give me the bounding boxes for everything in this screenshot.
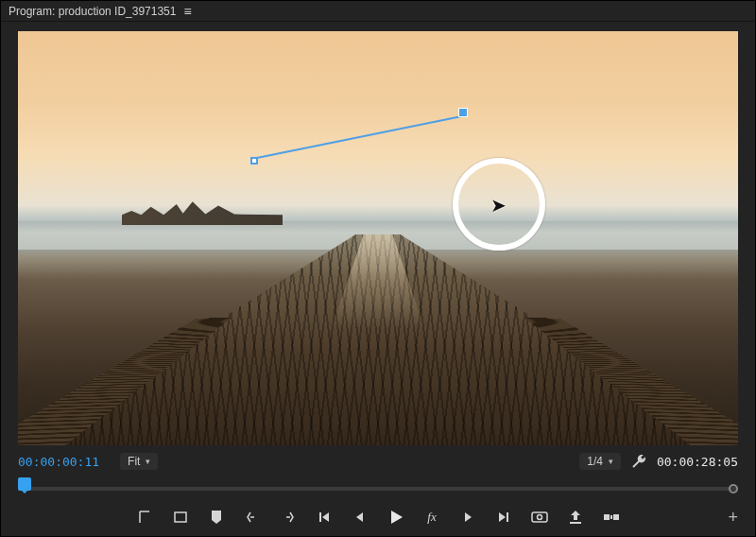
- go-to-in-icon[interactable]: [243, 508, 262, 527]
- fx-icon[interactable]: fx: [422, 508, 441, 527]
- current-timecode[interactable]: 00:00:00:11: [18, 455, 99, 469]
- play-icon[interactable]: [387, 508, 405, 527]
- svg-rect-4: [613, 514, 619, 520]
- panel-title-prefix: Program:: [9, 5, 55, 18]
- motion-path-end-handle[interactable]: [458, 108, 468, 117]
- panel-sequence-name: production ID_3971351: [59, 5, 177, 18]
- program-monitor[interactable]: ➤: [18, 31, 738, 445]
- lift-icon[interactable]: [566, 508, 585, 527]
- add-button[interactable]: +: [728, 508, 738, 528]
- zoom-label: Fit: [128, 455, 140, 468]
- svg-rect-1: [532, 512, 547, 522]
- chevron-down-icon: ▾: [609, 457, 613, 466]
- step-forward-icon[interactable]: [458, 508, 477, 527]
- go-to-prev-edit-icon[interactable]: [315, 508, 334, 527]
- svg-point-2: [538, 515, 542, 520]
- go-to-out-icon[interactable]: [279, 508, 298, 527]
- resolution-label: 1/4: [587, 455, 603, 468]
- settings-wrench-icon[interactable]: [630, 453, 647, 470]
- transport-button-tray: fx +: [18, 500, 738, 534]
- mark-in-icon[interactable]: [135, 508, 154, 527]
- resolution-dropdown[interactable]: 1/4 ▾: [579, 453, 621, 470]
- svg-rect-3: [604, 514, 610, 520]
- cursor-icon: ➤: [490, 194, 507, 217]
- panel-title-bar: Program: production ID_3971351 ≡: [1, 1, 755, 22]
- add-marker-icon[interactable]: [207, 508, 226, 527]
- svg-rect-0: [175, 512, 186, 522]
- export-frame-icon[interactable]: [530, 508, 549, 527]
- panel-menu-icon[interactable]: ≡: [183, 4, 191, 19]
- svg-rect-5: [610, 515, 612, 519]
- motion-path-start-handle[interactable]: [250, 157, 258, 165]
- go-to-next-edit-icon[interactable]: [494, 508, 513, 527]
- sequence-out-timecode[interactable]: 00:00:28:05: [657, 455, 738, 469]
- transport-info-row: 00:00:00:11 Fit ▾ 1/4 ▾ 00:00:28:05: [18, 449, 738, 474]
- playhead[interactable]: [18, 477, 31, 491]
- mark-out-icon[interactable]: [171, 508, 190, 527]
- mini-timeline-track[interactable]: [18, 487, 738, 491]
- chevron-down-icon: ▾: [146, 457, 150, 466]
- mini-timeline[interactable]: [18, 477, 738, 498]
- zoom-dropdown[interactable]: Fit ▾: [120, 453, 158, 470]
- step-back-icon[interactable]: [351, 508, 369, 527]
- timeline-end-marker[interactable]: [729, 484, 738, 494]
- extract-icon[interactable]: [602, 508, 621, 527]
- program-monitor-panel: Program: production ID_3971351 ≡ ➤ 00:00…: [0, 0, 756, 537]
- video-frame-railings: [18, 226, 738, 445]
